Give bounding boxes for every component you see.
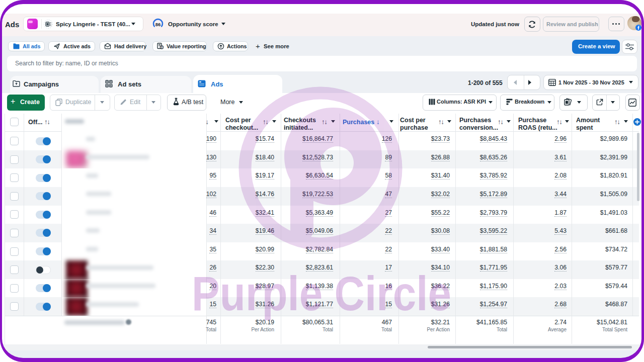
svg-text:86: 86 <box>155 22 161 27</box>
